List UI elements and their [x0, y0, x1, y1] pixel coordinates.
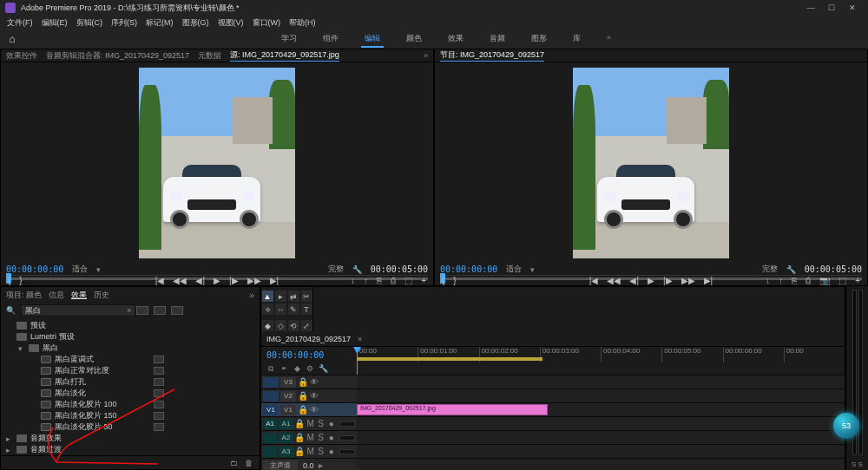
transport-button[interactable]: ▶|	[704, 276, 713, 285]
transport-button[interactable]: ⎙	[806, 276, 811, 285]
transport-button[interactable]: ↓	[351, 276, 355, 285]
effects-tree-row[interactable]: 黑白淡化	[1, 388, 260, 399]
assist-badge[interactable]: 53	[833, 413, 859, 439]
minimize-button[interactable]: —	[800, 3, 821, 12]
track-target[interactable]: A2	[279, 433, 293, 443]
video-track-header[interactable]: V1V1🔒👁	[261, 402, 357, 416]
effects-tree-row[interactable]: ▸音频效果	[1, 433, 260, 444]
lock-icon[interactable]: 🔒	[298, 391, 307, 401]
track-target[interactable]: V3	[280, 377, 296, 388]
tool-button[interactable]: ⤢	[301, 320, 312, 331]
menu-item[interactable]: 剪辑(C)	[73, 17, 107, 29]
transport-button[interactable]: ⬚	[404, 276, 412, 285]
preset-filter-icon[interactable]	[171, 306, 183, 315]
workspace-tab[interactable]: 图形	[528, 31, 550, 48]
panel-tab[interactable]: 信息	[49, 290, 64, 301]
mark-button[interactable]: }	[19, 276, 22, 285]
mute-button[interactable]: M	[306, 433, 315, 442]
transport-button[interactable]: ↓	[766, 276, 770, 285]
transport-button[interactable]: |◀	[155, 276, 165, 285]
effects-tree-row[interactable]: 黑白打孔	[1, 376, 260, 388]
program-monitor[interactable]	[435, 62, 867, 264]
link-icon[interactable]: ⚭	[279, 364, 288, 373]
wrench-icon[interactable]: 🔧	[319, 364, 327, 373]
mark-button[interactable]: {	[8, 276, 10, 285]
transport-button[interactable]: 📷	[819, 276, 830, 285]
lock-icon[interactable]: 🔒	[295, 447, 305, 456]
transport-button[interactable]: ◀◀	[607, 276, 621, 285]
tool-button[interactable]: ⇄	[288, 290, 299, 302]
audio-lane[interactable]	[357, 444, 845, 458]
disclosure-icon[interactable]: ▾	[18, 344, 25, 353]
transport-button[interactable]: ⎘	[792, 276, 797, 285]
timeline-timecode[interactable]: 00:00:00:00	[266, 350, 324, 360]
record-button[interactable]: ●	[327, 419, 336, 428]
effects-tree-row[interactable]: 预设	[1, 320, 260, 331]
effects-tree-row[interactable]: 黑白正常对比度	[1, 365, 260, 376]
mark-button[interactable]: }	[453, 276, 456, 285]
workspace-overflow-icon[interactable]: »	[603, 31, 615, 48]
close-window-button[interactable]: ✕	[842, 3, 863, 12]
effects-tree-row[interactable]: ▸音频过渡	[1, 444, 260, 455]
tool-button[interactable]: ▲	[262, 290, 273, 302]
tool-button[interactable]: ▸	[275, 290, 286, 302]
solo-button[interactable]: S	[317, 433, 326, 442]
transport-button[interactable]: |▶	[229, 276, 239, 285]
tool-button[interactable]: ✎	[288, 304, 299, 315]
play-button[interactable]: ▶	[648, 276, 654, 285]
source-tab[interactable]: 效果控件	[6, 50, 37, 62]
effects-search-input[interactable]	[21, 304, 135, 317]
menu-item[interactable]: 文件(F)	[3, 17, 36, 29]
master-lane[interactable]	[357, 458, 845, 470]
source-patch[interactable]	[263, 391, 279, 401]
transport-button[interactable]: ▶|	[270, 276, 279, 285]
solo-button[interactable]: S	[317, 447, 326, 456]
program-tab[interactable]: 节目: IMG_20170429_092517	[440, 49, 544, 62]
disclosure-icon[interactable]: ▸	[6, 446, 13, 454]
workspace-tab[interactable]: 编辑	[361, 31, 384, 48]
transport-button[interactable]: |◀	[589, 276, 599, 285]
source-scale-dropdown[interactable]: 完整	[328, 264, 344, 275]
eye-icon[interactable]: 👁	[309, 391, 319, 401]
tool-button[interactable]: ◆	[262, 320, 273, 331]
source-patch[interactable]: V1	[263, 405, 279, 415]
source-patch[interactable]: A1	[263, 419, 277, 429]
close-sequence-icon[interactable]: ×	[358, 335, 362, 343]
preset-filter-icon[interactable]	[136, 306, 148, 315]
transport-button[interactable]: ◀|	[629, 276, 639, 285]
menu-item[interactable]: 窗口(W)	[249, 17, 285, 29]
menu-item[interactable]: 图形(G)	[179, 17, 213, 29]
menu-item[interactable]: 序列(S)	[108, 17, 141, 29]
source-fit-dropdown[interactable]: 适合	[72, 264, 88, 275]
video-track-header[interactable]: V2🔒👁	[261, 388, 357, 402]
transport-button[interactable]: |▶	[663, 276, 673, 285]
new-bin-icon[interactable]: 🗀	[230, 459, 238, 467]
track-target[interactable]: A1	[279, 419, 293, 429]
preset-filter-icon[interactable]	[154, 306, 166, 315]
track-target[interactable]: V1	[280, 405, 296, 415]
audio-track-header[interactable]: A2🔒MS●	[261, 430, 357, 444]
wrench-icon[interactable]: 🔧	[352, 265, 362, 274]
eye-icon[interactable]: 👁	[309, 405, 319, 415]
workspace-tab[interactable]: 效果	[444, 31, 467, 48]
effects-tree-row[interactable]: 黑白淡化胶片 50	[1, 421, 260, 433]
tool-button[interactable]: ⟲	[288, 320, 299, 331]
transport-button[interactable]: ↑	[364, 276, 368, 285]
maximize-button[interactable]: ☐	[821, 3, 842, 12]
tool-button[interactable]: ✂	[301, 290, 312, 302]
disclosure-icon[interactable]: ▸	[6, 434, 13, 443]
video-track-header[interactable]: V3🔒👁	[261, 375, 357, 388]
video-lane[interactable]	[357, 375, 845, 388]
transport-button[interactable]: ▶▶	[681, 276, 695, 285]
panel-tab[interactable]: 历史	[94, 290, 109, 301]
workspace-tab[interactable]: 学习	[278, 31, 300, 48]
collapse-icon[interactable]: ▸	[316, 460, 326, 470]
tool-button[interactable]: ↔	[275, 304, 286, 315]
program-fit-dropdown[interactable]: 适合	[506, 264, 522, 275]
mute-button[interactable]: M	[306, 447, 315, 456]
transport-button[interactable]: ◀◀	[173, 276, 187, 285]
work-area-bar[interactable]	[357, 357, 542, 361]
track-target[interactable]: A3	[279, 447, 293, 457]
settings-icon[interactable]: ⚙	[306, 364, 314, 373]
menu-item[interactable]: 视图(V)	[214, 17, 247, 29]
